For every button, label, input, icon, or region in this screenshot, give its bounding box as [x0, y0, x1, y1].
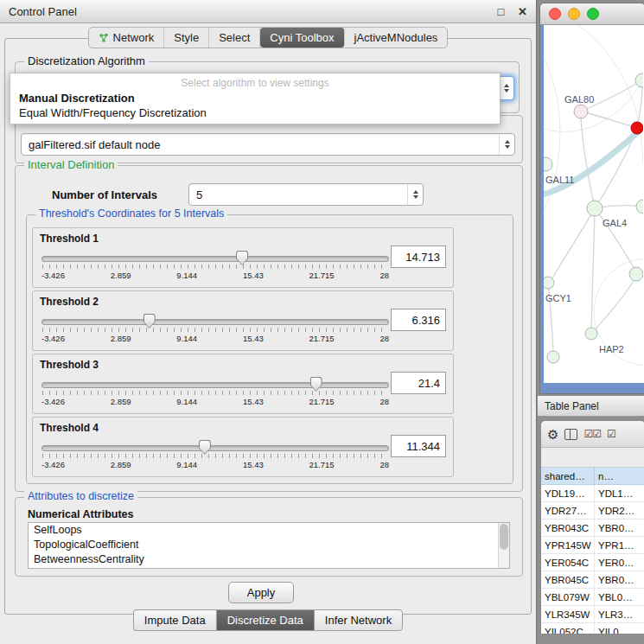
gear-icon[interactable]: ⚙: [547, 428, 558, 441]
table-row[interactable]: YPR145WYPR1…: [541, 537, 644, 554]
table-cell[interactable]: YDL19…: [541, 485, 595, 501]
minimize-traffic-light[interactable]: [568, 8, 580, 20]
table-row[interactable]: YIL052CYIL0…: [541, 623, 644, 634]
list-scrollbar[interactable]: [498, 523, 509, 568]
tab-style[interactable]: Style: [164, 28, 209, 48]
select-columns-icon[interactable]: ☑☑: [583, 428, 601, 440]
table-row[interactable]: YDR27…YDR2…: [541, 502, 644, 520]
threshold-slider[interactable]: -3.426 2.859 9.144 15.43 21.715 28: [41, 251, 389, 284]
tab-cyni-toolbox[interactable]: Cyni Toolbox: [260, 28, 344, 48]
discretization-algorithm-legend: Discretization Algorithm: [24, 54, 149, 67]
scale-label: 9.144: [176, 334, 197, 343]
float-window-icon[interactable]: □: [498, 5, 505, 18]
table-cell[interactable]: YER054C: [541, 554, 595, 571]
threshold-panel-4: Threshold 4 -3.426 2.859 9.144 15.43 21.…: [32, 417, 454, 477]
interval-definition-legend: Interval Definition: [24, 158, 118, 171]
scale-label: 21.715: [309, 271, 335, 280]
table-cell[interactable]: YER0…: [595, 554, 644, 571]
table-cell[interactable]: YPR1…: [595, 537, 644, 553]
columns-icon[interactable]: [564, 429, 577, 440]
table-row[interactable]: YER054CYER0…: [541, 554, 644, 571]
threshold-slider[interactable]: -3.426 2.859 9.144 15.43 21.715 28: [41, 377, 389, 410]
threshold-value-field[interactable]: 21.4: [391, 372, 446, 394]
column-header-shared-name[interactable]: shared…: [541, 468, 595, 484]
node-gcy1[interactable]: [544, 277, 554, 289]
attribute-item[interactable]: SelfLoops: [29, 523, 509, 538]
stepper-icon: [407, 184, 423, 205]
table-cell[interactable]: YBR043C: [541, 520, 595, 536]
tab-impute-data[interactable]: Impute Data: [133, 609, 216, 631]
num-intervals-select[interactable]: 5: [188, 183, 424, 206]
table-cell[interactable]: YLR3…: [595, 606, 644, 622]
node[interactable]: [635, 73, 643, 87]
table-cell[interactable]: YDR27…: [541, 502, 595, 519]
network-window-titlebar[interactable]: [540, 3, 644, 25]
table-row[interactable]: YDL19…YDL1…: [541, 485, 644, 502]
scrollbar-thumb[interactable]: [500, 524, 508, 550]
threshold-slider[interactable]: -3.426 2.859 9.144 15.43 21.715 28: [41, 314, 389, 347]
network-canvas[interactable]: GAL80 GAL11 GAL4 GCY1 HAP2: [540, 25, 644, 393]
scale-label: 9.144: [176, 397, 197, 406]
table-cell[interactable]: YBL079W: [541, 589, 595, 605]
threshold-value-field[interactable]: 11.344: [391, 435, 446, 457]
table-data-select[interactable]: galFiltered.sif default node: [21, 133, 515, 156]
tab-discretize-data[interactable]: Discretize Data: [216, 609, 314, 631]
node-gal80[interactable]: [574, 105, 588, 118]
node-hap2[interactable]: [585, 328, 597, 340]
node[interactable]: [629, 267, 643, 281]
control-panel-body: Discretization Algorithm Select algorith…: [4, 38, 532, 615]
selected-red-node[interactable]: [631, 122, 643, 134]
attribute-item[interactable]: BetweennessCentrality: [29, 552, 509, 567]
zoom-traffic-light[interactable]: [587, 8, 599, 20]
close-icon[interactable]: ✕: [518, 5, 527, 18]
table-cell[interactable]: YDL1…: [595, 485, 644, 501]
table-cell[interactable]: YBL0…: [595, 589, 644, 605]
table-row[interactable]: YBR045CYBR0…: [541, 571, 644, 589]
table-row[interactable]: YBR043CYBR0…: [541, 520, 644, 537]
table-cell[interactable]: YBR0…: [595, 571, 644, 588]
node[interactable]: [636, 200, 643, 214]
dropdown-option-manual-discretization[interactable]: Manual Discretization: [10, 91, 500, 105]
table-cell[interactable]: YBR0…: [595, 520, 644, 536]
slider-track[interactable]: [41, 256, 389, 262]
node-label: GAL4: [603, 218, 627, 228]
slider-track[interactable]: [41, 445, 389, 451]
tab-jactivemnodules[interactable]: jActiveMNodules: [345, 28, 448, 48]
bottom-tab-bar: Impute Data Discretize Data Infer Networ…: [0, 609, 536, 631]
tab-select[interactable]: Select: [209, 28, 260, 48]
apply-button[interactable]: Apply: [228, 582, 294, 603]
threshold-thumb[interactable]: [199, 440, 211, 455]
table-cell[interactable]: YLR345W: [541, 606, 595, 622]
attributes-list[interactable]: SelfLoopsTopologicalCoefficientBetweenne…: [28, 522, 510, 569]
control-panel-titlebar[interactable]: Control Panel □ ✕: [0, 0, 536, 23]
threshold-thumb[interactable]: [236, 251, 248, 265]
slider-track[interactable]: [41, 319, 389, 325]
scale-label: 2.859: [111, 334, 131, 343]
node-label: GCY1: [545, 293, 571, 303]
attribute-item[interactable]: TopologicalCoefficient: [29, 538, 509, 552]
close-traffic-light[interactable]: [549, 8, 561, 20]
threshold-slider[interactable]: -3.426 2.859 9.144 15.43 21.715 28: [41, 440, 389, 473]
node-gal4[interactable]: [587, 201, 603, 216]
tab-infer-network[interactable]: Infer Network: [314, 609, 403, 631]
node[interactable]: [547, 351, 559, 363]
slider-track[interactable]: [41, 382, 389, 388]
tab-network[interactable]: Network: [89, 28, 165, 48]
dropdown-option-equal-width-frequency[interactable]: Equal Width/Frequency Discretization: [10, 105, 500, 120]
table-cell[interactable]: YBR045C: [541, 571, 595, 588]
column-header-name[interactable]: n…: [595, 468, 644, 484]
select-all-icon[interactable]: ☑: [607, 428, 615, 440]
table-row[interactable]: YLR345WYLR3…: [541, 606, 644, 623]
threshold-thumb[interactable]: [143, 314, 156, 328]
table-cell[interactable]: YPR145W: [541, 537, 595, 553]
table-panel-header[interactable]: Table Panel: [538, 395, 644, 417]
network-nodes[interactable]: [544, 73, 643, 363]
table-cell[interactable]: YIL052C: [541, 623, 595, 634]
threshold-value-field[interactable]: 6.316: [391, 309, 446, 331]
threshold-thumb[interactable]: [310, 377, 322, 392]
table-cell[interactable]: YIL0…: [595, 623, 644, 634]
node[interactable]: [544, 157, 552, 171]
table-row[interactable]: YBL079WYBL0…: [541, 589, 644, 606]
table-cell[interactable]: YDR2…: [595, 502, 644, 519]
threshold-value-field[interactable]: 14.713: [391, 245, 446, 268]
